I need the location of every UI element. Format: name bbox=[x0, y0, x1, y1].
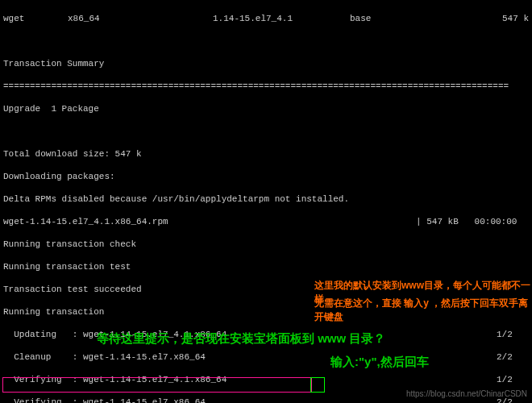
pkg-header-row: wgetx86_641.14-15.el7_4.1base547 k bbox=[3, 13, 529, 24]
rpm-status: | 547 kB 00:00:00 bbox=[416, 216, 529, 227]
summary-title: Transaction Summary bbox=[3, 58, 529, 69]
annotation-4: 输入:"y",然后回车 bbox=[330, 355, 429, 370]
annotation-2: 无需在意这个，直接 输入y ，然后按下回车双手离开键盘 bbox=[314, 297, 532, 324]
col-name: wget bbox=[3, 13, 68, 24]
upgrade-summary: Upgrade 1 Package bbox=[3, 103, 529, 114]
downloading-packages: Downloading packages: bbox=[3, 171, 529, 182]
trans-test: Running transaction test bbox=[3, 261, 529, 272]
trans-check: Running transaction check bbox=[3, 239, 529, 250]
total-download: Total download size: 547 k bbox=[3, 148, 529, 160]
delta-rpms: Delta RPMs disabled because /usr/bin/app… bbox=[3, 193, 529, 205]
rpm-file: wget-1.14-15.el7_4.1.x86_64.rpm bbox=[3, 216, 416, 227]
col-arch: x86_64 bbox=[68, 13, 213, 24]
col-version: 1.14-15.el7_4.1 bbox=[213, 13, 350, 24]
divider: ========================================… bbox=[3, 81, 529, 92]
col-repo: base bbox=[350, 13, 451, 24]
annotation-3: 等待这里提示，是否现在安装宝塔面板到 www 目录？ bbox=[97, 331, 385, 347]
rpm-download: wget-1.14-15.el7_4.1.x86_64.rpm| 547 kB … bbox=[3, 216, 529, 227]
watermark: https://blog.csdn.net/ChinarCSDN bbox=[406, 389, 527, 398]
col-size: 547 k bbox=[451, 13, 529, 24]
step-cleanup: Cleanup : wget-1.14-15.el7.x86_642/2 bbox=[3, 351, 529, 363]
step-verify-1: Verifying : wget-1.14-15.el7_4.1.x86_641… bbox=[3, 374, 529, 385]
